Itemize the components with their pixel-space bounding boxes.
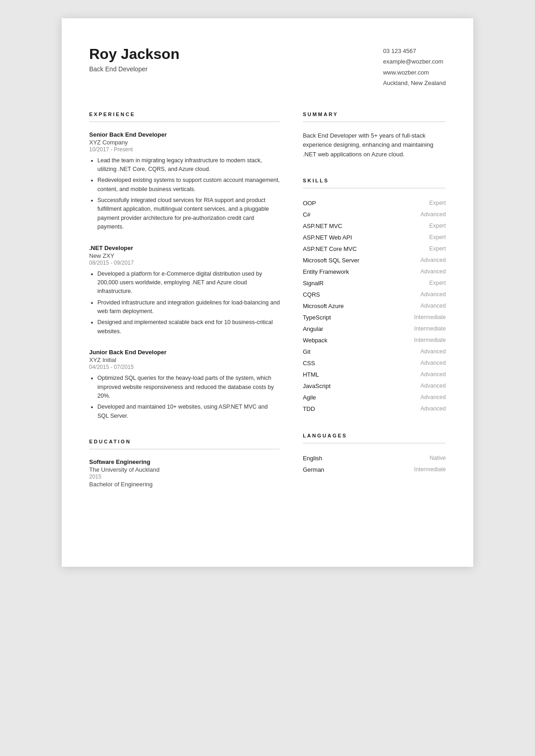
- experience-section-title: EXPERIENCE: [89, 112, 280, 117]
- skills-list: OOP Expert C# Advanced ASP.NET MVC Exper…: [303, 197, 446, 415]
- skills-section-title: SKILLS: [303, 178, 446, 183]
- job-2-title: .NET Developer: [89, 245, 280, 251]
- job-2-bullet-1: Developed a platform for e-Commerce digi…: [97, 270, 280, 296]
- language-row-1: German Intermediate: [303, 464, 446, 475]
- skill-name-8: CQRS: [303, 291, 320, 298]
- skill-name-2: ASP.NET MVC: [303, 223, 342, 229]
- skill-name-11: Angular: [303, 325, 323, 332]
- job-3-company: XYZ Initial: [89, 357, 280, 363]
- edu-year: 2015: [89, 474, 280, 480]
- skill-name-9: Microsoft Azure: [303, 303, 344, 309]
- language-name-1: German: [303, 466, 324, 473]
- contact-location: Auckland, New Zealand: [383, 78, 446, 88]
- job-1-bullet-3: Successfully integrated cloud services f…: [97, 196, 280, 232]
- job-1: Senior Back End Developer XYZ Company 10…: [89, 131, 280, 232]
- skill-level-9: Advanced: [420, 303, 446, 309]
- job-3-bullet-1: Optimized SQL queries for the heavy-load…: [97, 374, 280, 400]
- skill-level-13: Advanced: [420, 348, 446, 355]
- contact-email: example@wozber.com: [383, 56, 446, 67]
- job-2-bullet-2: Provided infrastructure and integration …: [97, 298, 280, 316]
- skill-name-3: ASP.NET Web API: [303, 234, 352, 241]
- header-name-title: Roy Jackson Back End Developer: [89, 46, 179, 73]
- skill-row-11: Angular Intermediate: [303, 323, 446, 335]
- skill-row-1: C# Advanced: [303, 209, 446, 220]
- candidate-title: Back End Developer: [89, 65, 179, 73]
- job-3-title: Junior Back End Developer: [89, 349, 280, 356]
- languages-list: English Native German Intermediate: [303, 453, 446, 475]
- education-section: EDUCATION Software Engineering The Unive…: [89, 439, 280, 488]
- job-2: .NET Developer New ZXY 08/2015 - 09/2017…: [89, 245, 280, 336]
- skill-name-0: OOP: [303, 200, 316, 207]
- skill-row-12: Webpack Intermediate: [303, 335, 446, 346]
- main-content: EXPERIENCE Senior Back End Developer XYZ…: [89, 112, 446, 506]
- skills-divider: [303, 188, 446, 188]
- skill-row-9: Microsoft Azure Advanced: [303, 300, 446, 312]
- skills-section: SKILLS OOP Expert C# Advanced ASP.NET MV…: [303, 178, 446, 415]
- languages-divider: [303, 443, 446, 443]
- skill-name-7: SignalR: [303, 280, 324, 287]
- language-name-0: English: [303, 455, 322, 462]
- job-1-bullet-2: Redeveloped existing systems to support …: [97, 176, 280, 194]
- skill-row-15: HTML Advanced: [303, 369, 446, 380]
- skill-row-13: Git Advanced: [303, 346, 446, 357]
- skill-row-10: TypeScript Intermediate: [303, 312, 446, 323]
- languages-section-title: LANGUAGES: [303, 433, 446, 438]
- job-3-bullets: Optimized SQL queries for the heavy-load…: [89, 374, 280, 421]
- skill-row-16: JavaScript Advanced: [303, 380, 446, 392]
- skill-name-14: CSS: [303, 360, 315, 367]
- skill-level-12: Intermediate: [414, 337, 446, 343]
- skill-row-6: Entity Framework Advanced: [303, 266, 446, 277]
- candidate-name: Roy Jackson: [89, 46, 179, 63]
- education-section-title: EDUCATION: [89, 439, 280, 444]
- languages-section: LANGUAGES English Native German Intermed…: [303, 433, 446, 475]
- skill-level-3: Expert: [429, 234, 446, 240]
- right-column: SUMMARY Back End Developer with 5+ years…: [303, 112, 446, 506]
- skill-level-2: Expert: [429, 223, 446, 229]
- skill-name-13: Git: [303, 348, 310, 355]
- skill-row-3: ASP.NET Web API Expert: [303, 232, 446, 243]
- skill-name-1: C#: [303, 211, 310, 218]
- job-1-bullet-1: Lead the team in migrating legacy infras…: [97, 156, 280, 174]
- job-2-bullets: Developed a platform for e-Commerce digi…: [89, 270, 280, 336]
- skill-level-15: Advanced: [420, 371, 446, 378]
- skill-level-6: Advanced: [420, 268, 446, 275]
- job-3-dates: 04/2015 - 07/2015: [89, 364, 280, 370]
- skill-row-0: OOP Expert: [303, 197, 446, 209]
- skill-level-14: Advanced: [420, 360, 446, 366]
- edu-school: The University of Auckland: [89, 466, 280, 473]
- language-row-0: English Native: [303, 453, 446, 464]
- language-level-0: Native: [430, 455, 446, 461]
- job-3-bullet-2: Developed and maintained 10+ websites, u…: [97, 403, 280, 421]
- job-1-company: XYZ Company: [89, 139, 280, 146]
- skill-row-7: SignalR Expert: [303, 277, 446, 289]
- job-3: Junior Back End Developer XYZ Initial 04…: [89, 349, 280, 421]
- summary-divider: [303, 122, 446, 122]
- skill-name-17: Agile: [303, 394, 316, 401]
- summary-section: SUMMARY Back End Developer with 5+ years…: [303, 112, 446, 160]
- skill-level-16: Advanced: [420, 383, 446, 389]
- skill-row-18: TDD Advanced: [303, 403, 446, 415]
- language-level-1: Intermediate: [414, 466, 446, 473]
- skill-name-4: ASP.NET Core MVC: [303, 245, 357, 252]
- skill-row-17: Agile Advanced: [303, 392, 446, 403]
- skill-row-8: CQRS Advanced: [303, 289, 446, 300]
- contact-website: www.wozber.com: [383, 67, 446, 78]
- left-column: EXPERIENCE Senior Back End Developer XYZ…: [89, 112, 280, 506]
- experience-divider: [89, 122, 280, 122]
- skill-name-10: TypeScript: [303, 314, 331, 321]
- skill-name-15: HTML: [303, 371, 319, 378]
- skill-level-8: Advanced: [420, 291, 446, 298]
- skill-level-0: Expert: [429, 200, 446, 206]
- resume-header: Roy Jackson Back End Developer 03 123 45…: [89, 46, 446, 89]
- skill-name-12: Webpack: [303, 337, 327, 344]
- skill-level-7: Expert: [429, 280, 446, 286]
- skill-level-1: Advanced: [420, 211, 446, 218]
- job-2-dates: 08/2015 - 09/2017: [89, 260, 280, 266]
- header-contact: 03 123 4567 example@wozber.com www.wozbe…: [383, 46, 446, 89]
- skill-row-4: ASP.NET Core MVC Expert: [303, 243, 446, 255]
- summary-text: Back End Developer with 5+ years of full…: [303, 131, 446, 160]
- skill-level-10: Intermediate: [414, 314, 446, 320]
- education-divider: [89, 449, 280, 449]
- job-1-bullets: Lead the team in migrating legacy infras…: [89, 156, 280, 232]
- job-1-title: Senior Back End Developer: [89, 131, 280, 138]
